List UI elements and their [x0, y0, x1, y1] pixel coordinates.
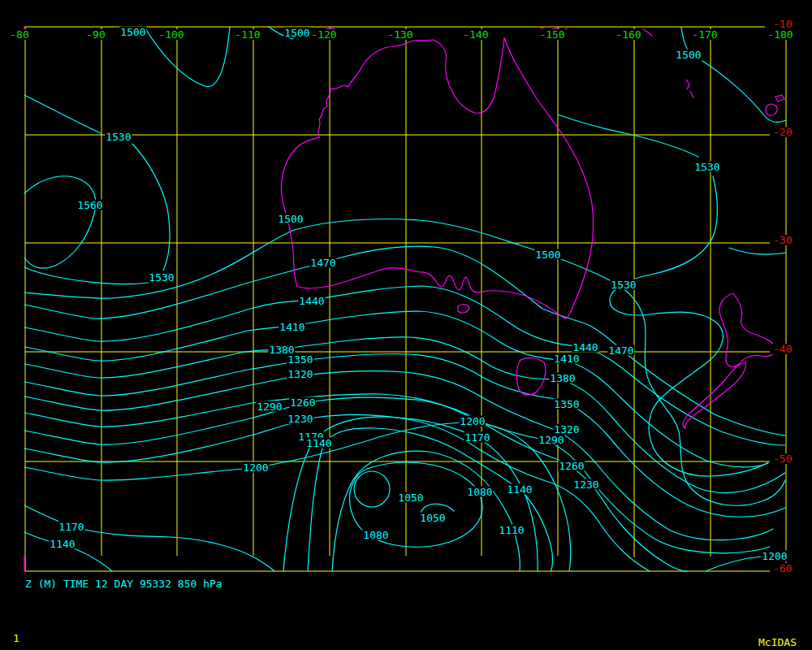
lon-tick-label: -150 — [538, 29, 565, 40]
lon-tick-label: -130 — [387, 29, 413, 40]
contour-value-label: 1080 — [466, 487, 493, 497]
contour-value-label: 1110 — [498, 525, 525, 535]
contour-value-label: 1530 — [610, 280, 637, 290]
contour-value-label: 1500 — [277, 214, 304, 224]
contour-value-label: 1440 — [298, 296, 325, 306]
contour-value-label: 1290 — [256, 401, 283, 412]
contour-lines — [24, 27, 786, 571]
coastlines — [24, 27, 786, 571]
lon-tick-label: -100 — [158, 29, 184, 40]
contour-value-label: 1380 — [549, 373, 576, 384]
contour-value-label: 1500 — [675, 50, 702, 60]
contour-value-label: 1050 — [397, 492, 424, 503]
contour-value-label: 1230 — [287, 414, 313, 424]
contour-value-label: 1140 — [49, 539, 76, 549]
edge-fragments — [24, 27, 786, 571]
small-islands — [541, 27, 784, 115]
contour-value-label: 1530 — [148, 272, 175, 283]
contour-value-label: 1470 — [309, 258, 336, 268]
graticule — [24, 27, 786, 571]
contour-value-label: 1260 — [289, 397, 316, 408]
contour-value-label: 1200 — [242, 462, 269, 473]
lon-tick-label: -140 — [462, 29, 489, 40]
contour-value-label: 1140 — [305, 438, 332, 448]
map-canvas[interactable] — [0, 0, 812, 650]
contour-value-label: 1410 — [279, 322, 305, 332]
lat-tick-label: -10 — [772, 19, 793, 29]
contour-value-label: 1470 — [607, 345, 634, 356]
contour-value-label: 1500 — [534, 249, 561, 260]
contour-value-label: 1530 — [693, 162, 720, 172]
contour-value-label: 1560 — [76, 200, 103, 210]
contour-value-label: 1500 — [283, 28, 310, 38]
nz-south-island — [683, 362, 745, 428]
mcidas-brand: McIDAS — [758, 637, 797, 648]
map-annotation: Z (M) TIME 12 DAY 95332 850 hPa — [24, 578, 223, 589]
contour-value-label: 1410 — [553, 353, 580, 364]
contour-value-label: 1440 — [572, 342, 598, 353]
contour-value-label: 1230 — [572, 479, 599, 490]
contour-value-label: 1350 — [553, 399, 580, 410]
lon-tick-label: -90 — [85, 29, 106, 40]
frame-number: 1 — [12, 633, 20, 644]
lon-tick-label: -120 — [310, 29, 337, 40]
contour-value-label: 1260 — [558, 461, 585, 471]
contour-value-label: 1140 — [506, 484, 533, 495]
contour-value-label: 1080 — [362, 530, 389, 540]
lat-tick-label: -40 — [772, 344, 793, 354]
contour-value-label: 1290 — [538, 435, 564, 445]
contour-value-label: 1350 — [287, 354, 313, 365]
lon-tick-label: -180 — [767, 29, 793, 40]
mcidas-display: -80-90-100-110-120-130-140-150-160-170-1… — [0, 0, 812, 650]
contour-value-label: 1170 — [58, 522, 84, 532]
lat-tick-label: -50 — [772, 453, 793, 464]
nz-north-island — [719, 293, 775, 366]
lon-tick-label: -110 — [234, 29, 261, 40]
lat-tick-label: -20 — [772, 127, 793, 137]
contour-value-label: 1320 — [287, 369, 313, 379]
australia-coast — [281, 37, 593, 318]
lon-tick-label: -170 — [691, 29, 718, 40]
contour-value-label: 1500 — [119, 27, 146, 37]
contour-value-label: 1200 — [459, 416, 486, 427]
kangaroo-island — [458, 305, 469, 314]
lat-tick-label: -60 — [772, 563, 793, 574]
lon-tick-label: -160 — [615, 29, 641, 40]
contour-value-label: 1170 — [464, 432, 490, 443]
contour-value-label: 1200 — [761, 551, 788, 561]
contour-value-label: 1050 — [419, 513, 446, 523]
lon-tick-label: -80 — [9, 29, 29, 40]
lat-tick-label: -30 — [772, 235, 793, 245]
contour-value-label: 1530 — [105, 132, 132, 142]
